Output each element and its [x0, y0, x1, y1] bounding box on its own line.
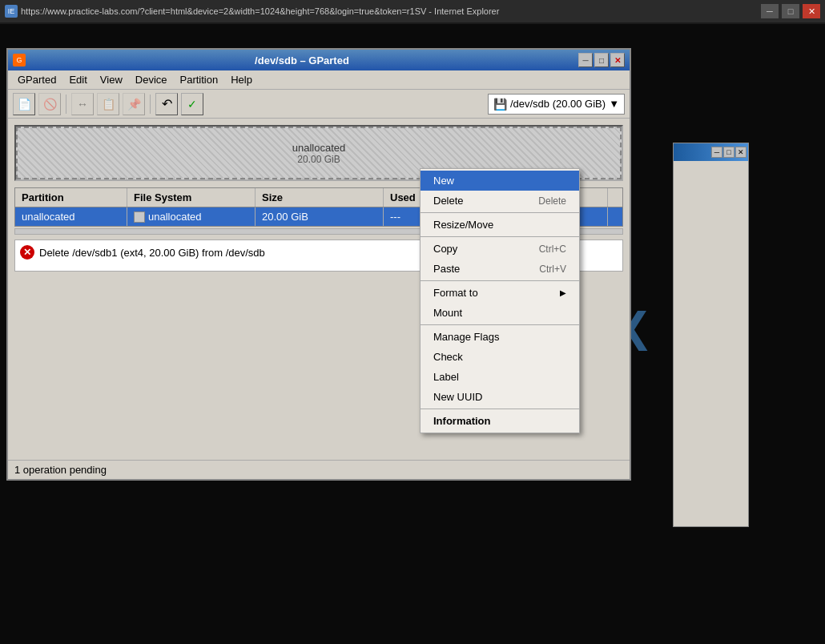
ctx-sep2 — [421, 236, 579, 237]
ctx-format-arrow: ▶ — [560, 288, 566, 297]
second-minimize[interactable]: ─ — [711, 147, 722, 158]
ctx-delete-shortcut: Delete — [538, 195, 566, 207]
ctx-resize-label: Resize/Move — [433, 219, 493, 231]
browser-maximize[interactable]: □ — [782, 4, 799, 18]
size-value: 20.00 GiB — [262, 211, 308, 223]
col-partition: Partition — [15, 188, 127, 207]
gparted-toolbar: 📄 🚫 ↔ 📋 📌 ↶ ✓ 💾 /dev/sdb (20.00 GiB) ▼ — [8, 90, 630, 119]
ctx-manage-flags[interactable]: Manage Flags — [421, 327, 579, 347]
second-window: ─ □ ✕ — [673, 143, 749, 527]
col-filesystem: File System — [127, 188, 256, 207]
ctx-information-label: Information — [433, 415, 491, 427]
device-selector[interactable]: 💾 /dev/sdb (20.00 GiB) ▼ — [488, 94, 625, 115]
ctx-format[interactable]: Format to ▶ — [421, 283, 579, 303]
ctx-label[interactable]: Label — [421, 367, 579, 387]
browser-minimize[interactable]: ─ — [761, 4, 779, 18]
ctx-copy-shortcut: Ctrl+C — [539, 244, 566, 255]
pending-text: Delete /dev/sdb1 (ext4, 20.00 GiB) from … — [39, 247, 265, 259]
toolbar-copy[interactable]: 📋 — [97, 93, 119, 115]
ctx-check-label: Check — [433, 351, 463, 363]
partition-block-label: unallocated — [292, 142, 346, 154]
gparted-title: /dev/sdb – GParted — [29, 54, 575, 66]
cell-filesystem: unallocated — [127, 207, 256, 226]
toolbar-undo[interactable]: ↶ — [155, 93, 178, 115]
status-text: 1 operation pending — [14, 464, 107, 476]
gparted-window-icon: G — [13, 54, 26, 66]
browser-title: https://www.practice-labs.com/?client=ht… — [21, 6, 758, 16]
toolbar-sep1 — [66, 95, 66, 114]
ctx-copy-label: Copy — [433, 243, 457, 255]
partition-block-size: 20.00 GiB — [297, 154, 340, 165]
toolbar-new[interactable]: 📄 — [13, 93, 35, 115]
gparted-maximize[interactable]: □ — [594, 53, 609, 67]
partition-name: unallocated — [22, 211, 75, 223]
ctx-information[interactable]: Information — [421, 411, 579, 431]
ctx-delete[interactable]: Delete Delete — [421, 191, 579, 211]
fs-color-swatch — [134, 211, 145, 223]
ctx-paste-shortcut: Ctrl+V — [539, 264, 566, 275]
filesystem-name: unallocated — [148, 211, 202, 223]
second-close[interactable]: ✕ — [735, 147, 747, 158]
second-titlebar: ─ □ ✕ — [674, 143, 748, 161]
ctx-paste[interactable]: Paste Ctrl+V — [421, 259, 579, 279]
gparted-menubar: GParted Edit View Device Partition Help — [8, 70, 630, 90]
ctx-mount-label: Mount — [433, 307, 462, 319]
ctx-new-uuid[interactable]: New UUID — [421, 387, 579, 407]
ctx-resize[interactable]: Resize/Move — [421, 215, 579, 235]
ctx-label-label: Label — [433, 371, 459, 383]
cell-partition: unallocated — [15, 207, 127, 226]
device-dropdown-arrow: ▼ — [609, 98, 619, 110]
toolbar-sep2 — [150, 95, 151, 114]
menu-gparted[interactable]: GParted — [11, 72, 62, 87]
gparted-minimize[interactable]: ─ — [578, 53, 593, 67]
menu-help[interactable]: Help — [224, 72, 259, 87]
toolbar-apply[interactable]: ✓ — [181, 93, 203, 115]
ctx-mount[interactable]: Mount — [421, 303, 579, 323]
status-bar: 1 operation pending — [8, 460, 630, 479]
toolbar-resize[interactable]: ↔ — [71, 93, 94, 115]
gparted-close[interactable]: ✕ — [610, 53, 625, 67]
toolbar-delete[interactable]: 🚫 — [38, 93, 61, 115]
ctx-sep4 — [421, 324, 579, 325]
gparted-titlebar: G /dev/sdb – GParted ─ □ ✕ — [8, 50, 630, 70]
ctx-sep3 — [421, 280, 579, 281]
browser-favicon: IE — [5, 5, 18, 18]
menu-edit[interactable]: Edit — [62, 72, 93, 87]
device-label: /dev/sdb (20.00 GiB) — [510, 98, 606, 110]
ctx-paste-label: Paste — [433, 263, 460, 275]
menu-partition[interactable]: Partition — [174, 72, 225, 87]
menu-device[interactable]: Device — [129, 72, 174, 87]
ctx-delete-label: Delete — [433, 195, 464, 207]
delete-icon: ✕ — [20, 245, 34, 260]
ctx-new-label: New — [433, 175, 454, 187]
menu-view[interactable]: View — [94, 72, 129, 87]
used-value: --- — [390, 211, 400, 223]
ctx-copy[interactable]: Copy Ctrl+C — [421, 239, 579, 259]
ctx-check[interactable]: Check — [421, 347, 579, 367]
gparted-window-controls: ─ □ ✕ — [578, 53, 625, 67]
ctx-sep5 — [421, 409, 579, 409]
cell-size: 20.00 GiB — [256, 207, 384, 226]
ctx-sep1 — [421, 212, 579, 213]
device-icon: 💾 — [493, 98, 507, 111]
context-menu: New Delete Delete Resize/Move Copy Ctrl+… — [420, 168, 580, 433]
col-size: Size — [256, 188, 384, 207]
ctx-new-uuid-label: New UUID — [433, 391, 482, 403]
ctx-manage-flags-label: Manage Flags — [433, 331, 499, 343]
ctx-format-label: Format to — [433, 287, 478, 299]
browser-close[interactable]: ✕ — [803, 4, 820, 18]
toolbar-paste[interactable]: 📌 — [123, 93, 145, 115]
second-maximize[interactable]: □ — [723, 147, 734, 158]
ctx-new[interactable]: New — [421, 171, 579, 191]
